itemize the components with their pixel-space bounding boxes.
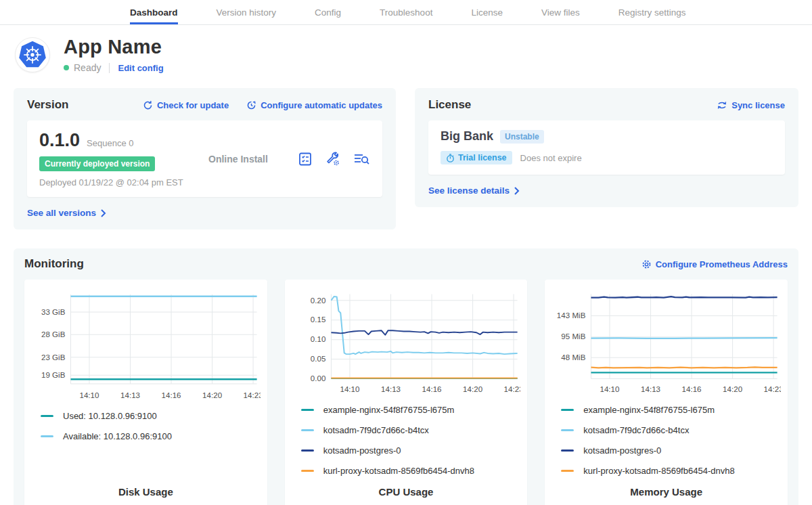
legend-item: Used: 10.128.0.96:9100 [41, 411, 261, 421]
edit-config-link[interactable]: Edit config [118, 63, 163, 73]
sync-license-link[interactable]: Sync license [717, 100, 785, 110]
disk-usage-chart-card: 14:1014:1314:1614:2014:2319 GiB23 GiB28 … [24, 280, 267, 505]
tab-view-files[interactable]: View files [541, 0, 580, 24]
configure-wrench-icon[interactable] [325, 151, 341, 167]
svg-text:14:20: 14:20 [723, 386, 742, 394]
stopwatch-icon [446, 154, 455, 162]
svg-text:14:13: 14:13 [120, 391, 140, 399]
legend-label: kurl-proxy-kotsadm-8569fb6454-dnvh8 [323, 466, 474, 476]
svg-text:14:10: 14:10 [340, 386, 359, 394]
svg-text:14:20: 14:20 [202, 391, 222, 399]
svg-text:19 GiB: 19 GiB [41, 371, 66, 379]
legend-color-dash-icon [41, 435, 53, 437]
chevron-right-icon [100, 209, 106, 217]
disk-usage-legend: Used: 10.128.0.96:9100Available: 10.128.… [41, 411, 261, 452]
version-panel-title: Version [27, 98, 68, 112]
svg-text:14:10: 14:10 [600, 386, 620, 394]
version-number: 0.1.0 [39, 130, 80, 151]
check-for-update-link[interactable]: Check for update [143, 100, 229, 110]
memory-usage-legend: example-nginx-54f8f76755-l675mkotsadm-7f… [561, 405, 781, 486]
svg-text:0.00: 0.00 [310, 375, 325, 383]
configure-prometheus-link[interactable]: Configure Prometheus Address [641, 259, 788, 269]
svg-text:48 MiB: 48 MiB [562, 353, 586, 361]
tab-config[interactable]: Config [315, 0, 341, 24]
chart-title: Disk Usage [31, 486, 261, 502]
sync-arrows-icon [717, 100, 727, 110]
legend-item: example-nginx-54f8f76755-l675m [301, 405, 521, 415]
legend-label: kotsadm-postgres-0 [323, 445, 401, 456]
svg-text:14:20: 14:20 [463, 386, 482, 394]
legend-item: kotsadm-7f9dc7d66c-b4tcx [561, 425, 781, 435]
refresh-icon [143, 100, 153, 110]
chart-title: Memory Usage [551, 486, 781, 502]
app-status: Ready [74, 62, 101, 73]
svg-text:14:13: 14:13 [381, 386, 401, 394]
svg-text:14:13: 14:13 [641, 386, 660, 394]
view-logs-icon[interactable] [353, 151, 370, 167]
legend-item: kotsadm-postgres-0 [301, 445, 521, 456]
memory-usage-chart-card: 14:1014:1314:1614:2014:2348 MiB95 MiB143… [545, 280, 788, 505]
legend-item: Available: 10.128.0.96:9100 [41, 431, 261, 441]
legend-color-dash-icon [41, 415, 53, 417]
cpu-usage-chart: 14:1014:1314:1614:2014:230.000.050.100.1… [292, 288, 521, 398]
license-expiry: Does not expire [520, 153, 582, 163]
legend-label: example-nginx-54f8f76755-l675m [323, 405, 455, 415]
cpu-usage-legend: example-nginx-54f8f76755-l675mkotsadm-7f… [301, 405, 521, 486]
legend-label: example-nginx-54f8f76755-l675m [583, 405, 715, 415]
legend-item: example-nginx-54f8f76755-l675m [561, 405, 781, 415]
tab-version-history[interactable]: Version history [217, 0, 277, 24]
svg-text:33 GiB: 33 GiB [41, 308, 66, 316]
svg-text:14:16: 14:16 [162, 391, 181, 399]
legend-label: kotsadm-postgres-0 [583, 445, 661, 456]
svg-text:0.05: 0.05 [310, 355, 325, 364]
legend-item: kurl-proxy-kotsadm-8569fb6454-dnvh8 [301, 466, 521, 476]
install-type-label: Online Install [208, 154, 297, 164]
legend-color-dash-icon [561, 449, 574, 452]
svg-text:14:23: 14:23 [244, 391, 261, 399]
legend-color-dash-icon [301, 470, 314, 472]
legend-label: kotsadm-7f9dc7d66c-b4tcx [583, 425, 689, 435]
chart-title: CPU Usage [292, 486, 521, 502]
svg-text:23 GiB: 23 GiB [41, 353, 66, 361]
license-panel: License Sync license Big Bank Unstable T… [415, 88, 798, 207]
trial-license-badge: Trial license [441, 151, 512, 164]
legend-color-dash-icon [301, 449, 314, 452]
svg-text:0.15: 0.15 [310, 316, 325, 324]
app-header: App Name Ready Edit config [0, 25, 812, 83]
page-title: App Name [64, 36, 164, 58]
clock-refresh-icon [246, 100, 256, 110]
top-nav: Dashboard Version history Config Trouble… [0, 0, 812, 25]
tab-registry-settings[interactable]: Registry settings [618, 0, 686, 24]
svg-text:14:10: 14:10 [79, 391, 99, 399]
legend-color-dash-icon [561, 409, 574, 411]
license-card: Big Bank Unstable Trial license Does not… [428, 120, 785, 175]
customer-name: Big Bank [441, 129, 493, 144]
svg-text:14:23: 14:23 [764, 386, 781, 394]
svg-text:143 MiB: 143 MiB [557, 312, 586, 320]
kubernetes-logo-icon [15, 37, 50, 72]
cpu-usage-chart-card: 14:1014:1314:1614:2014:230.000.050.100.1… [285, 280, 528, 505]
monitoring-panel: Monitoring Configure Prometheus Address … [14, 248, 798, 505]
legend-color-dash-icon [301, 429, 314, 431]
tab-dashboard[interactable]: Dashboard [130, 0, 178, 24]
deployed-timestamp: Deployed 01/19/22 @ 02:04 pm EST [39, 177, 208, 188]
see-all-versions-link[interactable]: See all versions [27, 208, 106, 218]
legend-label: Available: 10.128.0.96:9100 [63, 431, 172, 441]
tab-troubleshoot[interactable]: Troubleshoot [380, 0, 432, 24]
legend-item: kurl-proxy-kotsadm-8569fb6454-dnvh8 [561, 466, 781, 476]
currently-deployed-badge: Currently deployed version [39, 156, 155, 171]
license-panel-title: License [428, 98, 471, 112]
svg-text:14:16: 14:16 [682, 386, 702, 394]
preflight-checks-icon[interactable] [297, 151, 313, 167]
tab-license[interactable]: License [471, 0, 503, 24]
legend-label: kotsadm-7f9dc7d66c-b4tcx [323, 425, 429, 435]
disk-usage-chart: 14:1014:1314:1614:2014:2319 GiB23 GiB28 … [31, 288, 261, 404]
configure-automatic-updates-link[interactable]: Configure automatic updates [246, 100, 382, 110]
gear-icon [641, 259, 652, 269]
version-sequence: Sequence 0 [87, 138, 133, 148]
see-license-details-link[interactable]: See license details [428, 185, 520, 196]
monitoring-title: Monitoring [24, 257, 84, 271]
svg-text:14:16: 14:16 [422, 386, 441, 394]
legend-color-dash-icon [301, 409, 314, 411]
svg-text:0.10: 0.10 [310, 336, 325, 344]
